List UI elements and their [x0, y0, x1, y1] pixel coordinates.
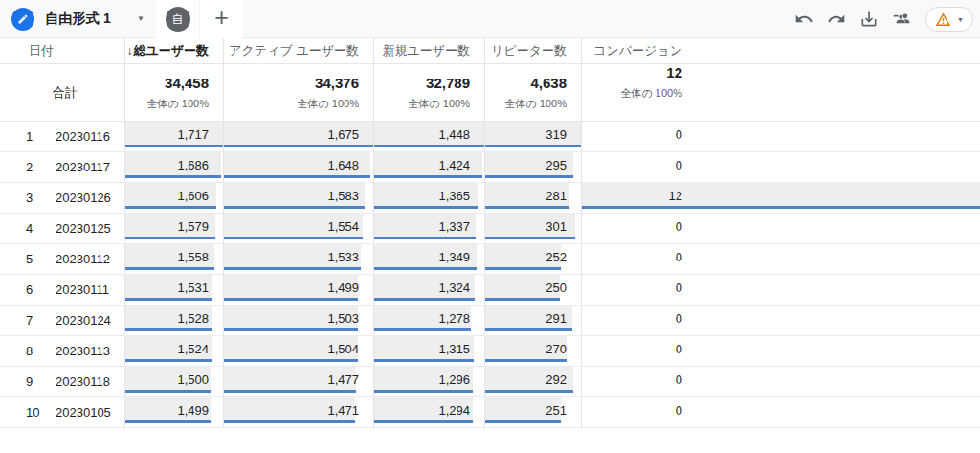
cell-value: 0 [582, 403, 682, 418]
table-row: 8202301131,5241,5041,3152700 [0, 336, 980, 367]
edit-button[interactable] [11, 8, 34, 31]
date-value: 20230113 [56, 344, 110, 358]
value-cell: 1,554 [223, 214, 373, 243]
date-cell: 220230117 [0, 152, 124, 182]
cell-value: 1,500 [177, 373, 209, 387]
value-cell: 1,558 [124, 244, 223, 274]
column-label: リピーター数 [491, 42, 567, 59]
value-cell: 1,648 [223, 152, 373, 182]
value-cell: 292 [484, 367, 581, 396]
cell-value: 1,524 [177, 342, 209, 356]
cell-value: 0 [582, 219, 682, 234]
value-cell: 1,579 [124, 214, 223, 243]
people-icon [892, 10, 911, 29]
value-cell: 0 [581, 397, 980, 427]
cell-value: 270 [546, 342, 567, 356]
warning-button[interactable]: ▼ [925, 7, 973, 32]
totals-subtext: 全体の 100% [505, 97, 567, 111]
cell-value: 1,365 [438, 189, 470, 203]
cell-value: 0 [582, 373, 682, 387]
cell-value: 250 [546, 281, 567, 295]
row-rank: 9 [26, 374, 56, 389]
tab-freeform[interactable]: 自 [156, 0, 199, 38]
date-cell: 620230111 [0, 275, 124, 305]
column-label: コンバージョン [582, 42, 682, 59]
totals-value: 34,376 [315, 75, 359, 91]
date-value: 20230126 [56, 191, 111, 205]
share-users-button[interactable] [889, 7, 914, 32]
value-cell: 1,471 [223, 397, 373, 427]
totals-value: 4,638 [530, 75, 567, 91]
row-rank: 4 [26, 221, 56, 236]
value-cell: 1,583 [223, 183, 373, 213]
row-rank: 6 [26, 283, 56, 297]
toolbar-left: 自由形式 1 ▼ [0, 8, 145, 31]
cell-value: 1,579 [177, 219, 209, 234]
totals-subtext: 全体の 100% [582, 86, 682, 101]
value-cell: 1,349 [373, 244, 484, 274]
cell-value: 0 [582, 342, 682, 356]
value-cell: 1,686 [124, 152, 223, 182]
date-value: 20230105 [56, 405, 111, 419]
cell-value: 291 [546, 311, 567, 326]
toolbar: 自由形式 1 ▼ 自 + [0, 0, 980, 38]
row-rank: 3 [26, 191, 56, 205]
value-cell: 1,315 [373, 336, 484, 366]
row-rank: 1 [26, 129, 56, 144]
cell-value: 251 [546, 403, 567, 418]
date-cell: 1020230105 [0, 397, 124, 427]
column-header-returning-users[interactable]: リピーター数 [484, 38, 581, 63]
value-cell: 1,294 [373, 397, 484, 427]
value-cell: 1,296 [373, 367, 484, 396]
value-cell: 0 [581, 214, 980, 243]
value-cell: 1,365 [373, 183, 484, 213]
value-cell: 295 [484, 152, 581, 182]
column-header-total-users[interactable]: ↓ 総ユーザー数 [124, 38, 223, 63]
cell-value: 295 [546, 158, 567, 172]
download-button[interactable] [857, 7, 881, 32]
date-cell: 520230112 [0, 244, 124, 274]
cell-value: 1,675 [327, 127, 359, 142]
column-header-conversions[interactable]: コンバージョン [581, 38, 980, 63]
totals-label-cell: 合計 [0, 64, 124, 121]
value-cell: 1,717 [124, 122, 223, 151]
cell-value: 1,533 [327, 250, 359, 264]
value-cell: 1,675 [223, 122, 373, 151]
value-cell: 319 [484, 122, 581, 151]
table-row: 6202301111,5311,4991,3242500 [0, 275, 980, 306]
cell-value: 1,528 [177, 311, 209, 326]
cell-value: 0 [582, 127, 682, 142]
totals-cell: 34,458 全体の 100% [124, 64, 223, 121]
table-row: 7202301241,5281,5031,2782910 [0, 306, 980, 336]
column-label: 総ユーザー数 [133, 42, 209, 59]
totals-cell: 34,376 全体の 100% [223, 64, 373, 121]
cell-value: 1,504 [327, 342, 359, 356]
totals-cell: 32,789 全体の 100% [373, 64, 484, 121]
value-cell: 250 [484, 275, 581, 305]
value-cell: 1,448 [373, 122, 484, 151]
redo-button[interactable] [824, 7, 849, 32]
cell-value: 1,424 [438, 158, 470, 172]
date-cell: 420230125 [0, 214, 124, 243]
value-cell: 1,477 [223, 367, 373, 396]
column-header-date[interactable]: 日付 [0, 38, 124, 63]
cell-value: 1,294 [438, 403, 470, 418]
value-cell: 1,606 [124, 183, 223, 213]
column-header-new-users[interactable]: 新規ユーザー数 [373, 38, 484, 63]
cell-value: 252 [546, 250, 567, 264]
chevron-down-icon[interactable]: ▼ [137, 14, 145, 23]
column-header-active-users[interactable]: アクティブ ユーザー数 [223, 38, 373, 63]
cell-value: 292 [546, 373, 567, 387]
value-cell: 0 [581, 336, 980, 366]
undo-button[interactable] [791, 7, 816, 32]
value-cell: 1,500 [124, 367, 223, 396]
table-row: 9202301181,5001,4771,2962920 [0, 367, 980, 397]
cell-value: 0 [582, 158, 682, 172]
table-row: 4202301251,5791,5541,3373010 [0, 214, 980, 244]
chevron-down-icon: ▼ [957, 16, 964, 23]
date-value: 20230125 [56, 221, 111, 236]
row-rank: 5 [26, 252, 56, 266]
value-cell: 1,424 [373, 152, 484, 182]
add-tab-button[interactable]: + [199, 0, 243, 38]
totals-cell: 12 全体の 100% [581, 64, 980, 121]
